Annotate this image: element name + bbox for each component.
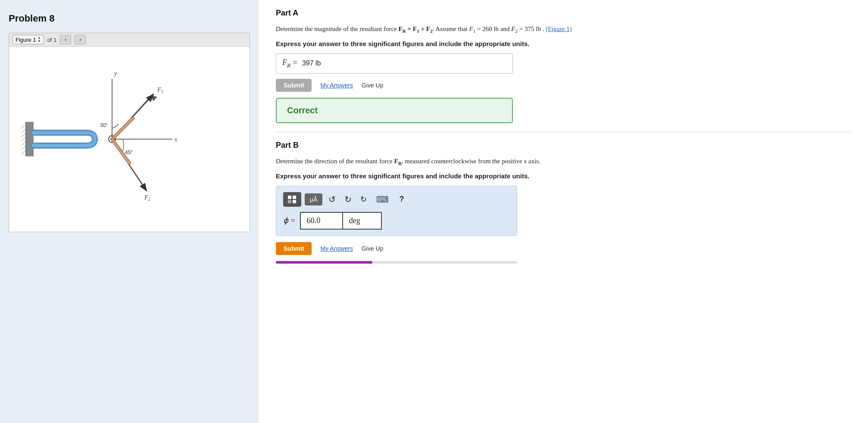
keyboard-tool-button[interactable]: ⌨ [373, 193, 392, 206]
figure-container: Figure 1 ▲▼ of 1 ‹ › [9, 33, 250, 232]
svg-rect-31 [288, 196, 291, 199]
problem-title: Problem 8 [9, 13, 250, 24]
math-input-row: ϕ = 60.0 deg [283, 212, 510, 230]
redo-tool-button[interactable]: ↺ [342, 193, 354, 206]
part-b-my-answers-link[interactable]: My Answers [320, 245, 353, 252]
figure-of: of 1 [47, 37, 57, 43]
section-divider [276, 132, 851, 132]
phi-label: ϕ = [283, 216, 296, 225]
svg-text:30°: 30° [100, 122, 108, 128]
part-b-section: Part B Determine the direction of the re… [276, 141, 851, 264]
figure-next-button[interactable]: › [75, 35, 86, 44]
svg-rect-34 [293, 200, 296, 203]
part-a-answer-row: FR = [276, 53, 513, 74]
refresh-tool-button[interactable]: ↻ [358, 193, 369, 206]
part-b-submit-button[interactable]: Submit [276, 242, 312, 255]
correct-text: Correct [287, 106, 318, 115]
matrix-tool-button[interactable] [283, 192, 301, 207]
undo-tool-button[interactable]: ↺ [326, 193, 338, 206]
part-a-submit-button[interactable]: Submit [276, 79, 312, 92]
part-b-title: Part B [276, 141, 851, 150]
diagram-svg: + x y [17, 53, 241, 225]
figure-link[interactable]: (Figure 1) [546, 25, 571, 32]
part-b-submit-row: Submit My Answers Give Up [276, 242, 851, 255]
svg-rect-32 [293, 196, 296, 199]
progress-bar-container [276, 261, 517, 264]
math-input-container: μÅ ↺ ↺ ↻ ⌨ ? ϕ = 60.0 deg [276, 186, 517, 236]
math-value-box[interactable]: 60.0 [300, 212, 343, 230]
part-b-give-up-link[interactable]: Give Up [362, 245, 384, 252]
svg-text:45°: 45° [125, 149, 133, 156]
figure-header: Figure 1 ▲▼ of 1 ‹ › [9, 33, 250, 47]
figure-select[interactable]: Figure 1 ▲▼ [12, 35, 44, 44]
part-a-my-answers-link[interactable]: My Answers [320, 82, 353, 89]
part-a-section: Part A Determine the magnitude of the re… [276, 9, 851, 123]
figure-arrows: ▲▼ [37, 36, 41, 43]
svg-rect-1 [26, 122, 34, 156]
part-a-give-up-link[interactable]: Give Up [362, 82, 384, 89]
left-panel: Problem 8 Figure 1 ▲▼ of 1 ‹ › [0, 0, 259, 423]
svg-text:y: y [113, 70, 117, 77]
correct-banner: Correct [276, 98, 513, 123]
math-unit-box[interactable]: deg [343, 212, 382, 230]
force-equation: FR = F1 + F2 [398, 25, 432, 32]
part-b-express-text: Express your answer to three significant… [276, 172, 851, 180]
part-a-answer-label: FR = [282, 58, 298, 69]
part-a-submit-row: Submit My Answers Give Up [276, 79, 851, 92]
svg-rect-33 [288, 200, 291, 203]
part-a-description: Determine the magnitude of the resultant… [276, 24, 851, 35]
svg-text:x: x [174, 136, 178, 143]
part-a-title: Part A [276, 9, 851, 18]
part-a-answer-input[interactable] [302, 59, 506, 67]
figure-prev-button[interactable]: ‹ [60, 35, 71, 44]
progress-bar [276, 261, 372, 264]
mu-tool-button[interactable]: μÅ [305, 193, 322, 205]
help-tool-button[interactable]: ? [396, 193, 407, 205]
math-toolbar: μÅ ↺ ↺ ↻ ⌨ ? [283, 192, 510, 207]
figure-body: + x y [9, 47, 250, 232]
part-a-express-text: Express your answer to three significant… [276, 40, 851, 47]
right-panel: Part A Determine the magnitude of the re… [259, 0, 868, 423]
part-b-force-label: FR [394, 158, 401, 165]
part-b-description: Determine the direction of the resultant… [276, 156, 851, 167]
figure-label: Figure 1 [16, 37, 36, 43]
